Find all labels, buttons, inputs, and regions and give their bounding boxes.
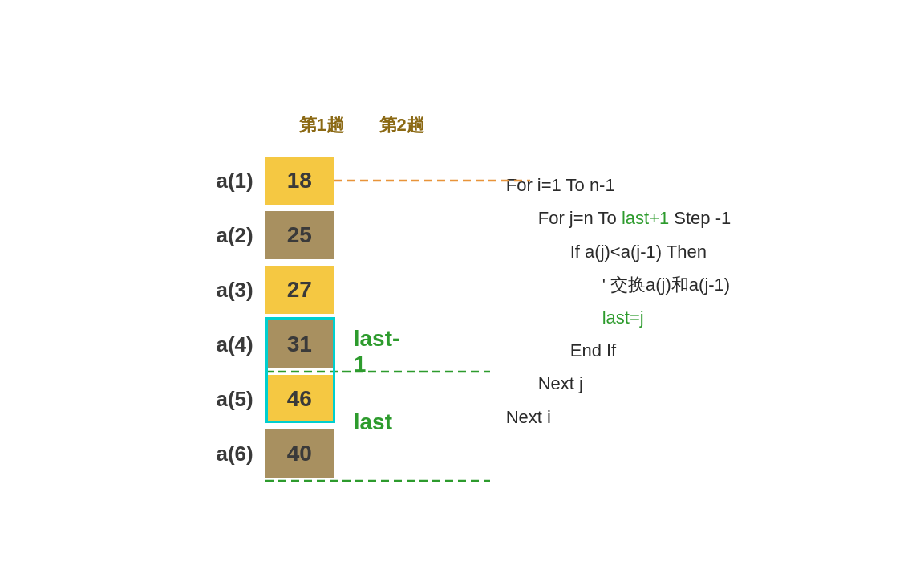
code-section: For i=1 To n-1 For j=n To last+1 Step -1…	[506, 147, 732, 431]
array-row: a(4) 31	[193, 317, 334, 372]
array-row: a(3) 27	[193, 263, 334, 317]
code-line-3: If a(j)<a(j-1) Then	[506, 238, 732, 266]
header-pass1: 第1趟	[282, 113, 362, 137]
last-label: last	[354, 409, 400, 435]
array-row: a(1) 18	[193, 153, 334, 208]
row-label: a(4)	[193, 332, 265, 357]
array-rows: a(1) 18 a(2) 25 a(3) 27 a(4) 31	[193, 153, 334, 481]
code-line-4: ' 交换a(j)和a(j-1)	[506, 271, 732, 299]
code-line-1: For i=1 To n-1	[506, 171, 732, 199]
row-label: a(2)	[193, 223, 265, 248]
code-line-5: last=j	[506, 303, 732, 332]
last-labels: last-1 last	[354, 326, 400, 435]
cell-value: 46	[265, 375, 334, 423]
cell-value: 31	[265, 320, 334, 368]
array-row: a(6) 40	[193, 426, 334, 481]
code-line-8: Next i	[506, 403, 732, 431]
cell-value: 27	[265, 266, 334, 314]
last-minus-1-label: last-1	[354, 326, 400, 377]
cell-value: 40	[265, 429, 334, 478]
array-row: a(2) 25	[193, 208, 334, 263]
row-label: a(3)	[193, 278, 265, 303]
row-label: a(1)	[193, 169, 265, 193]
code-line-6: End If	[506, 336, 732, 364]
cell-value: 18	[265, 157, 334, 205]
array-row: a(5) 46	[193, 372, 334, 426]
code-line-7: Next j	[506, 369, 732, 397]
header-pass2: 第2趟	[362, 113, 442, 137]
cell-value: 25	[265, 211, 334, 259]
array-visualization: 第1趟 第2趟 a(1) 18 a(2) 25 a(3) 27	[193, 97, 442, 481]
row-label: a(6)	[193, 442, 265, 466]
row-label: a(5)	[193, 387, 265, 412]
code-line-2: For j=n To last+1 Step -1	[506, 204, 732, 232]
column-headers: 第1趟 第2趟	[282, 113, 442, 137]
